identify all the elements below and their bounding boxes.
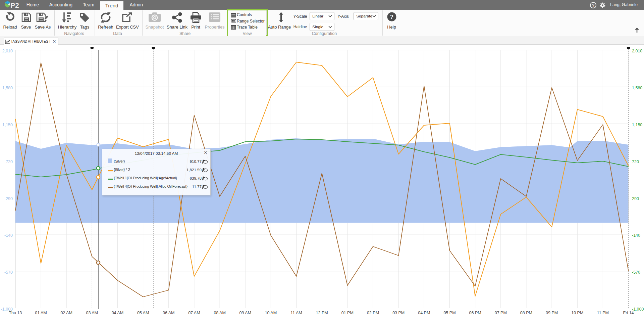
svg-text:2,010: 2,010 <box>632 49 642 53</box>
svg-text:?: ? <box>390 14 393 20</box>
svg-text:01 AM: 01 AM <box>35 311 47 315</box>
svg-text:09 AM: 09 AM <box>239 311 251 315</box>
svg-text:04 AM: 04 AM <box>112 311 123 315</box>
svg-text:08 PM: 08 PM <box>520 311 532 315</box>
svg-text:02 AM: 02 AM <box>60 311 72 315</box>
svg-text:10 PM: 10 PM <box>571 311 583 315</box>
svg-text:04 PM: 04 PM <box>418 311 430 315</box>
svg-text:Thu 13: Thu 13 <box>9 311 22 315</box>
svg-text:1,580: 1,580 <box>2 86 13 90</box>
svg-text:05 AM: 05 AM <box>137 311 149 315</box>
svg-text:05 PM: 05 PM <box>443 311 455 315</box>
svg-text:08 AM: 08 AM <box>214 311 225 315</box>
svg-text:-140: -140 <box>4 233 13 238</box>
svg-text:720: 720 <box>6 160 13 164</box>
svg-text:720: 720 <box>632 160 639 164</box>
svg-text:07 AM: 07 AM <box>188 311 200 315</box>
svg-text:03 PM: 03 PM <box>392 311 405 315</box>
svg-text:-140: -140 <box>632 233 640 238</box>
svg-text:07 PM: 07 PM <box>495 311 507 315</box>
svg-text:02 PM: 02 PM <box>367 311 379 315</box>
svg-text:-570: -570 <box>632 270 640 275</box>
svg-text:03 AM: 03 AM <box>86 311 98 315</box>
svg-text:11 AM: 11 AM <box>290 311 302 315</box>
svg-text:01 PM: 01 PM <box>341 311 354 315</box>
svg-text:P2: P2 <box>10 1 19 9</box>
svg-text:11 PM: 11 PM <box>597 311 609 315</box>
svg-text:1,150: 1,150 <box>632 123 642 127</box>
svg-text:2,010: 2,010 <box>2 49 13 53</box>
svg-text:12 PM: 12 PM <box>316 311 328 315</box>
svg-text:Fri 14: Fri 14 <box>623 311 634 315</box>
svg-text:09 PM: 09 PM <box>546 311 558 315</box>
svg-text:1,580: 1,580 <box>632 86 642 90</box>
svg-text:?: ? <box>592 3 595 8</box>
svg-text:290: 290 <box>632 196 639 201</box>
svg-text:290: 290 <box>6 196 13 201</box>
svg-text:06 PM: 06 PM <box>469 311 481 315</box>
svg-text:1,150: 1,150 <box>2 123 13 127</box>
svg-text:10 AM: 10 AM <box>265 311 277 315</box>
svg-text:06 AM: 06 AM <box>163 311 174 315</box>
svg-text:-570: -570 <box>4 270 13 275</box>
